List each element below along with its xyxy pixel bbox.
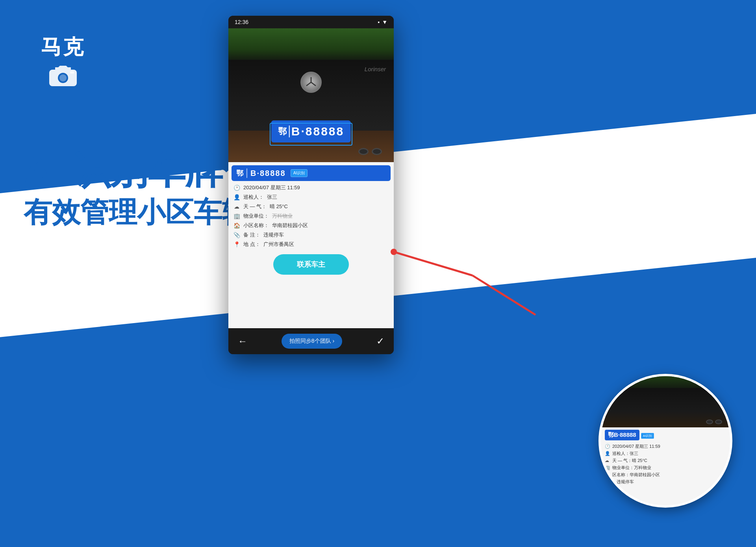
magnify-circle: 鄂 B·88888 鄂B·88888 AI识别 🕐 2 xyxy=(598,374,732,508)
inspector-value: 张三 xyxy=(267,194,277,201)
recognition-area: 鄂 B·88888 AI识别 🕐 2020/04/07 星期三 11:59 👤 … xyxy=(228,162,394,328)
weather-value: 晴 25°C xyxy=(270,203,288,210)
logo-box: 马克 xyxy=(24,24,102,102)
location-label: 地 点： xyxy=(243,241,260,248)
person-icon: 👤 xyxy=(233,194,240,200)
magnify-inspector: 巡检人：张三 xyxy=(612,451,638,456)
plate-recognized-bar: 鄂 B·88888 AI识别 xyxy=(232,165,391,181)
location-value: 广州市番禺区 xyxy=(263,241,294,248)
note-label: 备 注： xyxy=(243,231,260,238)
magnify-row-inspector: 👤 巡检人：张三 xyxy=(605,451,726,456)
phone-frame: 12:36 ▪ ▼ xyxy=(228,16,394,354)
info-row-property: 🏢 物业单位： 万科物业 xyxy=(233,213,389,220)
phone-mockup: 12:36 ▪ ▼ xyxy=(228,16,394,354)
sync-button[interactable]: 拍照同步8个团队 › xyxy=(282,334,342,349)
info-row-weather: ☁ 天 — 气： 晴 25°C xyxy=(233,203,389,210)
mercedes-emblem xyxy=(300,72,322,93)
magnify-tailpipe-right xyxy=(715,419,722,424)
datetime-value: 2020/04/07 星期三 11:59 xyxy=(243,184,300,191)
community-value: 华南碧桂园小区 xyxy=(272,222,308,229)
tailpipe-right xyxy=(372,148,382,155)
page-container: 马克 AI 识别车牌信息 有效管理小区车辆 12:36 xyxy=(0,0,756,547)
call-button[interactable]: 联系车主 xyxy=(273,254,349,275)
car-roof-bg xyxy=(228,28,394,64)
plate-province-recognized: 鄂 xyxy=(236,168,247,178)
plate-scan-box xyxy=(270,123,352,146)
logo-area: 马克 xyxy=(24,24,102,102)
magnify-community: 区名称：华南碧桂园小区 xyxy=(612,472,660,478)
weather-label: 天 — 气： xyxy=(243,203,267,210)
property-label: 物业单位： xyxy=(243,213,269,220)
inspector-label: 巡检人： xyxy=(243,194,264,201)
magnify-inner: 鄂 B·88888 鄂B·88888 AI识别 🕐 2 xyxy=(601,376,730,505)
signal-icon: ▼ xyxy=(382,19,387,25)
magnify-property: 物业单位：万科物业 xyxy=(612,465,651,471)
magnify-cloud-icon: ☁ xyxy=(605,458,610,463)
info-rows: 🕐 2020/04/07 星期三 11:59 👤 巡检人： 张三 ☁ 天 — 气… xyxy=(228,183,394,249)
call-button-area: 联系车主 xyxy=(228,249,394,279)
camera-icon xyxy=(47,64,79,92)
property-value: 万科物业 xyxy=(272,213,293,220)
status-bar: 12:36 ▪ ▼ xyxy=(228,16,394,28)
ai-badge: AI识别 xyxy=(291,169,308,177)
magnify-building-icon: 🏢 xyxy=(605,465,610,470)
bottom-nav: ← 拍照同步8个团队 › ✓ xyxy=(228,328,394,354)
status-icons: ▪ ▼ xyxy=(378,19,387,25)
check-button[interactable]: ✓ xyxy=(376,336,384,347)
magnify-note: ：违规停车 xyxy=(612,479,634,485)
magnify-home-icon: 🏠 xyxy=(605,472,610,477)
location-icon: 📍 xyxy=(233,241,240,248)
logo-text: 马克 xyxy=(41,33,85,61)
svg-line-5 xyxy=(306,82,311,86)
info-row-datetime: 🕐 2020/04/07 星期三 11:59 xyxy=(233,184,389,191)
magnify-person-icon: 👤 xyxy=(605,451,610,456)
magnify-note-icon: 📎 xyxy=(605,479,610,484)
tailpipe-left xyxy=(358,148,369,155)
home-icon: 🏠 xyxy=(233,222,240,229)
info-row-location: 📍 地 点： 广州市番禺区 xyxy=(233,241,389,248)
magnify-row-property: 🏢 物业单位：万科物业 xyxy=(605,465,726,471)
svg-line-6 xyxy=(311,82,316,86)
magnify-plate-text: 鄂B·88888 xyxy=(605,430,639,440)
car-brand-text: Lorinser xyxy=(365,66,386,72)
magnify-tailpipes xyxy=(706,419,722,424)
info-row-community: 🏠 小区名称： 华南碧桂园小区 xyxy=(233,222,389,229)
svg-point-2 xyxy=(59,74,67,81)
plate-number-recognized: B·88888 xyxy=(250,169,286,178)
svg-rect-3 xyxy=(70,71,74,74)
magnify-row-weather: ☁ 天 — 气：晴 25°C xyxy=(605,458,726,464)
sync-label: 拍照同步8个团队 › xyxy=(289,338,334,345)
building-icon: 🏢 xyxy=(233,213,240,219)
magnify-weather: 天 — 气：晴 25°C xyxy=(612,458,647,464)
info-row-note: 📎 备 注： 违规停车 xyxy=(233,231,389,238)
tailpipes xyxy=(358,148,382,155)
back-button[interactable]: ← xyxy=(238,336,247,347)
magnify-info: 鄂B·88888 AI识别 🕐 2020/04/07 星期三 11:59 👤 巡… xyxy=(601,427,730,505)
note-value: 违规停车 xyxy=(263,231,284,238)
clock-icon: 🕐 xyxy=(233,185,240,191)
car-photo: Lorinser 鄂 B·88888 xyxy=(228,28,394,162)
cloud-icon: ☁ xyxy=(233,203,240,210)
magnify-ai-badge: AI识别 xyxy=(641,433,654,439)
info-row-inspector: 👤 巡检人： 张三 xyxy=(233,194,389,201)
community-label: 小区名称： xyxy=(243,222,269,229)
magnify-row-datetime: 🕐 2020/04/07 星期三 11:59 xyxy=(605,444,726,449)
magnify-photo: 鄂 B·88888 xyxy=(601,376,730,427)
status-time: 12:36 xyxy=(235,19,248,25)
magnify-rows: 🕐 2020/04/07 星期三 11:59 👤 巡检人：张三 ☁ 天 — 气：… xyxy=(605,444,726,485)
magnify-plate-row: 鄂B·88888 AI识别 xyxy=(605,430,726,442)
note-icon: 📎 xyxy=(233,232,240,238)
battery-icon: ▪ xyxy=(378,19,380,25)
magnify-row-note: 📎 ：违规停车 xyxy=(605,479,726,485)
magnify-clock-icon: 🕐 xyxy=(605,444,610,449)
magnify-datetime: 2020/04/07 星期三 11:59 xyxy=(612,444,660,449)
magnify-tailpipe-left xyxy=(706,419,713,424)
magnify-row-community: 🏠 区名称：华南碧桂园小区 xyxy=(605,472,726,478)
